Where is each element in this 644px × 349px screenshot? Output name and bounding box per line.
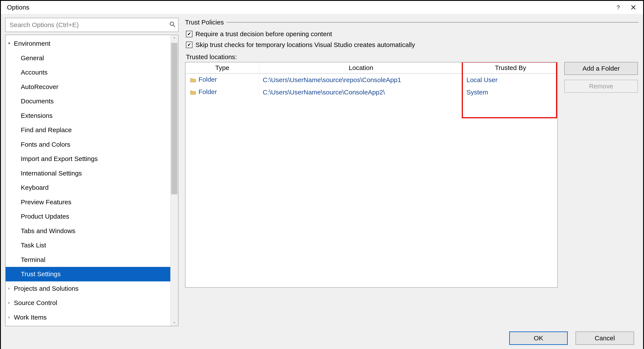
cell-trusted-by: Local User xyxy=(463,74,558,86)
tree-item-fonts-colors[interactable]: Fonts and Colors xyxy=(6,137,170,152)
tree-label: Fonts and Colors xyxy=(21,141,70,148)
tree-label: General xyxy=(21,54,44,62)
trusted-locations-table-wrap: Type Location Trusted By xyxy=(185,62,558,288)
checkbox-label: Skip trust checks for temporary location… xyxy=(196,41,415,48)
cell-type: Folder xyxy=(186,86,259,98)
col-header-trusted-by[interactable]: Trusted By xyxy=(463,62,558,74)
folder-icon xyxy=(190,89,196,96)
tree-item-terminal[interactable]: Terminal xyxy=(6,252,170,267)
tree-item-tabs-windows[interactable]: Tabs and Windows xyxy=(6,224,170,238)
tree-item-documents[interactable]: Documents xyxy=(6,94,170,108)
cell-type-text: Folder xyxy=(198,76,217,83)
chevron-down-icon: ▾ xyxy=(8,40,10,48)
tree-item-projects-solutions[interactable]: ▹ Projects and Solutions xyxy=(6,282,170,296)
tree-label: Extensions xyxy=(21,112,53,119)
col-header-location[interactable]: Location xyxy=(259,62,463,74)
tree-label: Documents xyxy=(21,98,54,105)
search-icon xyxy=(170,22,176,28)
chevron-right-icon: ▹ xyxy=(8,299,10,307)
side-buttons: Add a Folder Remove xyxy=(564,62,638,93)
table-row[interactable]: Folder C:\Users\UserName\source\repos\Co… xyxy=(186,74,558,86)
tree-item-import-export[interactable]: Import and Export Settings xyxy=(6,152,170,166)
checkbox-checked-icon[interactable]: ✔ xyxy=(186,31,192,37)
cell-location: C:\Users\UserName\source\ConsoleApp2\ xyxy=(259,86,463,98)
trusted-locations-table[interactable]: Type Location Trusted By xyxy=(186,62,558,98)
options-dialog: Options ? ▾ Environment xyxy=(0,0,644,349)
tree-label: Tabs and Windows xyxy=(21,227,76,234)
section-header: Trust Policies xyxy=(185,19,639,26)
chevron-right-icon: ▹ xyxy=(8,285,10,292)
tree-item-accounts[interactable]: Accounts xyxy=(6,65,170,80)
tree-label: Find and Replace xyxy=(21,126,72,134)
cell-location: C:\Users\UserName\source\repos\ConsoleAp… xyxy=(259,74,463,86)
left-pane: ▾ Environment General Accounts AutoRecov… xyxy=(5,18,178,326)
tree-label: Product Updates xyxy=(21,213,69,220)
col-header-type[interactable]: Type xyxy=(186,62,259,74)
titlebar: Options ? xyxy=(1,1,643,14)
search-input[interactable] xyxy=(5,18,178,32)
ok-button[interactable]: OK xyxy=(509,332,568,345)
dialog-footer: OK Cancel xyxy=(5,326,639,349)
require-trust-checkbox-row[interactable]: ✔ Require a trust decision before openin… xyxy=(186,30,639,38)
help-button[interactable]: ? xyxy=(611,1,626,14)
tree-scrollbar[interactable]: ⌃ ⌄ xyxy=(170,35,178,326)
cell-type-text: Folder xyxy=(198,88,217,95)
tree-item-find-replace[interactable]: Find and Replace xyxy=(6,123,170,137)
tree-item-source-control[interactable]: ▹ Source Control xyxy=(6,296,170,310)
options-tree-container: ▾ Environment General Accounts AutoRecov… xyxy=(5,35,178,326)
cell-trusted-by: System xyxy=(463,86,558,98)
close-icon xyxy=(631,5,636,10)
tree-item-extensions[interactable]: Extensions xyxy=(6,108,170,123)
section-divider xyxy=(226,22,639,22)
tree-item-environment[interactable]: ▾ Environment xyxy=(6,36,170,51)
tree-item-preview-features[interactable]: Preview Features xyxy=(6,195,170,210)
cancel-button[interactable]: Cancel xyxy=(576,332,634,345)
tree-item-trust-settings[interactable]: Trust Settings xyxy=(6,267,170,282)
tree-item-work-items[interactable]: ▹ Work Items xyxy=(6,310,170,325)
tree-label: Environment xyxy=(14,40,50,47)
tree-label: Trust Settings xyxy=(21,270,61,278)
tree-item-international[interactable]: International Settings xyxy=(6,166,170,181)
add-folder-button[interactable]: Add a Folder xyxy=(564,62,638,75)
tree-label: Work Items xyxy=(14,314,46,321)
tree-label: Projects and Solutions xyxy=(14,285,79,292)
tree-label: Source Control xyxy=(14,299,57,306)
table-row[interactable]: Folder C:\Users\UserName\source\ConsoleA… xyxy=(186,86,558,98)
tree-item-product-updates[interactable]: Product Updates xyxy=(6,209,170,224)
scroll-up-icon[interactable]: ⌃ xyxy=(170,35,178,43)
window-title: Options xyxy=(7,4,611,11)
right-pane: Trust Policies ✔ Require a trust decisio… xyxy=(185,18,639,326)
tree-item-autorecover[interactable]: AutoRecover xyxy=(6,80,170,94)
tree-label: Task List xyxy=(21,242,46,249)
tree-item-task-list[interactable]: Task List xyxy=(6,238,170,252)
search-wrap xyxy=(5,18,178,32)
section-title: Trust Policies xyxy=(185,19,224,26)
scroll-track[interactable] xyxy=(170,43,178,318)
checkbox-checked-icon[interactable]: ✔ xyxy=(186,42,192,48)
content-area: ▾ Environment General Accounts AutoRecov… xyxy=(1,14,643,349)
scroll-thumb[interactable] xyxy=(171,43,178,194)
chevron-right-icon: ▹ xyxy=(8,314,10,321)
tree-label: International Settings xyxy=(21,170,82,177)
checkbox-label: Require a trust decision before opening … xyxy=(196,30,332,38)
svg-point-0 xyxy=(170,22,174,26)
scroll-down-icon[interactable]: ⌄ xyxy=(170,318,178,326)
folder-icon xyxy=(190,76,196,84)
tree-label: Preview Features xyxy=(21,198,71,206)
tree-item-keyboard[interactable]: Keyboard xyxy=(6,180,170,195)
cell-type: Folder xyxy=(186,74,259,86)
tree-label: Terminal xyxy=(21,256,45,263)
remove-button[interactable]: Remove xyxy=(564,80,638,93)
skip-trust-checkbox-row[interactable]: ✔ Skip trust checks for temporary locati… xyxy=(186,41,639,48)
options-tree[interactable]: ▾ Environment General Accounts AutoRecov… xyxy=(6,35,170,326)
svg-line-1 xyxy=(173,25,175,27)
trusted-locations-label: Trusted locations: xyxy=(186,53,639,61)
tree-label: Import and Export Settings xyxy=(21,155,98,162)
close-button[interactable] xyxy=(626,1,641,14)
table-header-row: Type Location Trusted By xyxy=(186,62,558,74)
tree-label: Accounts xyxy=(21,69,48,76)
tree-label: Keyboard xyxy=(21,184,48,191)
tree-label: AutoRecover xyxy=(21,83,58,90)
tree-item-general[interactable]: General xyxy=(6,51,170,66)
